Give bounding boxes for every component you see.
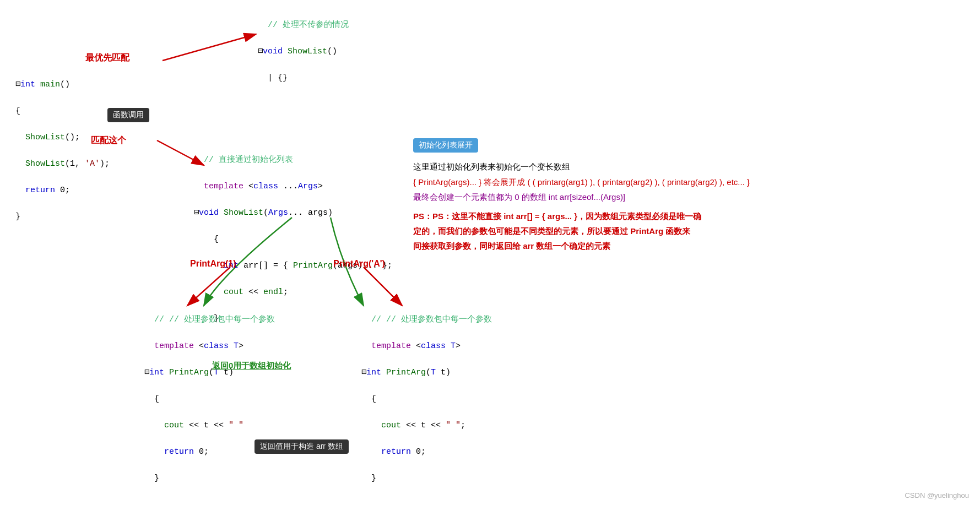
label-return-zero: 返回0用于数组初始化 xyxy=(212,361,291,371)
badge1-container: 1 函数调用 xyxy=(107,109,120,121)
comment-no-args: // 处理不传参的情况 xyxy=(268,20,349,30)
badge2-container: 2 初始化列表展开 xyxy=(413,139,425,151)
label-best-match: 最优先匹配 xyxy=(85,52,129,64)
tooltip-return-value: 返回值用于构造 arr 数组 xyxy=(255,439,349,454)
ps-label: PS： xyxy=(413,211,432,221)
badge3-container: 3 返回值用于构造 arr 数组 xyxy=(255,441,267,453)
annotation-init-list: 这里通过初始化列表来初始化一个变长数组 { PrintArg(args)... … xyxy=(413,160,750,253)
collapse-icon-empty: ⊟ xyxy=(258,47,263,56)
code-left-printarg: // // 处理参数包中每一个参数 template <class T> ⊟in… xyxy=(144,300,275,485)
watermark: CSDN @yuelinghou xyxy=(905,491,969,499)
code-showlist-empty: // 处理不传参的情况 ⊟void ShowList() | {} xyxy=(258,6,349,85)
svg-line-3 xyxy=(163,34,256,61)
label-match-this: 匹配这个 xyxy=(91,135,126,146)
code-template-showlist: // 直接通过初始化列表 template <class ...Args> ⊟v… xyxy=(194,140,392,325)
tooltip-init-list: 初始化列表展开 xyxy=(413,138,478,153)
annotation-ps: PS：PS：这里不能直接 int arr[] = { args... }，因为数… xyxy=(413,209,750,253)
ps-text2: 定的，而我们的参数包可能是不同类型的元素，所以要通过 PrintArg 函数来 xyxy=(413,226,690,236)
label-printarg-A: PrintArg('A') xyxy=(333,259,385,269)
annotation-line3: 最终会创建一个元素值都为 0 的数组 int arr[sizeof...(Arg… xyxy=(413,190,750,204)
tooltip-function-call: 函数调用 xyxy=(107,108,149,122)
code-right-printarg: // // 处理参数包中每一个参数 template <class T> ⊟in… xyxy=(361,300,492,485)
ps-text: PS：这里不能直接 int arr[] = { args... }，因为数组元素… xyxy=(432,211,701,221)
annotation-line2: { PrintArg(args)... } 将会展开成 ( ( printarg… xyxy=(413,175,750,189)
label-printarg-1: PrintArg(1) xyxy=(190,259,236,269)
annotation-line1: 这里通过初始化列表来初始化一个变长数组 xyxy=(413,160,750,174)
ps-text3: 间接获取到参数，同时返回给 arr 数组一个确定的元素 xyxy=(413,241,610,251)
